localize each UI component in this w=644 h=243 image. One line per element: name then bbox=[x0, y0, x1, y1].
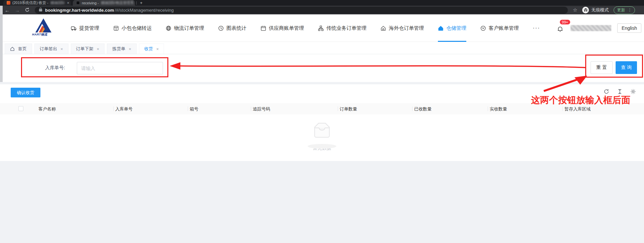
inbound-no-input[interactable] bbox=[77, 62, 163, 74]
language-toggle-button[interactable]: English bbox=[617, 23, 641, 33]
column-divider bbox=[188, 106, 188, 111]
nav-label: 物流订单管理 bbox=[174, 25, 204, 31]
page-tab-home[interactable]: 首页 bbox=[5, 44, 32, 54]
truck-icon bbox=[71, 25, 76, 31]
nav-label: 图表统计 bbox=[226, 25, 247, 31]
column-divider bbox=[562, 106, 563, 111]
calendar-icon bbox=[261, 25, 266, 31]
browser-tab-title: (2019系统信息) 收货 - bbox=[12, 0, 48, 5]
forward-icon[interactable]: → bbox=[15, 8, 20, 13]
col-box-no: 箱号 bbox=[190, 106, 198, 112]
table-settings-icon[interactable] bbox=[630, 89, 636, 94]
favicon-dark-icon bbox=[76, 1, 80, 5]
home-outline-icon bbox=[380, 25, 386, 31]
table-toolbar bbox=[604, 89, 636, 94]
update-label: 更新 bbox=[617, 7, 625, 13]
nav-label: 仓储管理 bbox=[446, 25, 466, 31]
hart-logo-text: HART物流 bbox=[32, 32, 47, 37]
screen-edge-sliver bbox=[0, 6, 3, 82]
incognito-indicator: 无痕模式 bbox=[582, 7, 609, 13]
user-name-redacted[interactable] bbox=[571, 25, 611, 31]
tab-close-icon[interactable]: × bbox=[67, 1, 69, 5]
table-header: 客户名称 入库单号 箱号 追踪号码 订单数量 已收数量 实收数量 暂存入库区域 bbox=[0, 103, 644, 114]
app-header: HART物流 提货管理 小包仓储转运 物流订单管理 图表统计 供应商账单管理 bbox=[0, 14, 644, 42]
col-received-qty: 已收数量 bbox=[414, 106, 432, 112]
home-icon bbox=[10, 47, 15, 51]
nav-item-chart-stats[interactable]: 图表统计 bbox=[218, 14, 247, 42]
nav-label: 提货管理 bbox=[79, 25, 99, 31]
col-customer-name: 客户名称 bbox=[38, 106, 56, 112]
incognito-icon bbox=[582, 7, 589, 13]
notifications[interactable]: 99+ bbox=[557, 24, 565, 32]
browser-menu-icon[interactable]: ⋮ bbox=[628, 8, 632, 12]
nav-label: 小包仓储转运 bbox=[122, 25, 152, 31]
inbound-no-label: 入库单号: bbox=[45, 65, 65, 71]
header-right: 99+ English bbox=[557, 14, 641, 42]
page-tab-receiving[interactable]: 收货 × bbox=[139, 44, 164, 54]
select-all-checkbox[interactable] bbox=[18, 106, 23, 111]
bell-icon bbox=[557, 26, 563, 32]
url-bar[interactable]: bookingmgr.hart-worldwide.com /#/stockMa… bbox=[35, 7, 568, 14]
page-tab-label: 订单签出 bbox=[40, 46, 57, 52]
column-divider bbox=[488, 106, 488, 111]
column-divider bbox=[412, 106, 413, 111]
browser-tab-title-redacted: 撼德国际物流管理系 bbox=[101, 0, 134, 5]
page-tab-label: 拣货单 bbox=[112, 46, 125, 52]
home-filled-icon bbox=[438, 25, 444, 31]
query-button[interactable]: 查 询 bbox=[616, 61, 637, 74]
empty-inbox-icon bbox=[311, 122, 333, 139]
close-icon[interactable]: × bbox=[60, 47, 63, 52]
new-tab-button[interactable]: + bbox=[137, 0, 146, 6]
nav-item-customer-bills[interactable]: 客户账单管理 bbox=[480, 14, 519, 42]
page-tab-label: 收货 bbox=[144, 46, 153, 52]
close-icon[interactable]: × bbox=[156, 47, 159, 52]
table-density-icon[interactable] bbox=[617, 89, 623, 94]
page-tab-picking-list[interactable]: 拣货单 × bbox=[107, 44, 137, 54]
nav-item-traditional-orders[interactable]: 传统业务订单管理 bbox=[318, 14, 366, 42]
col-staging-area: 暂存入库区域 bbox=[565, 106, 591, 112]
content-panel: 确认收货 客户名称 入库单号 箱号 追踪号码 订单数量 已收数量 实收数量 暂存… bbox=[0, 84, 644, 161]
close-icon[interactable]: × bbox=[97, 47, 100, 52]
clock-icon bbox=[218, 25, 224, 31]
page-tab-order-unshelve[interactable]: 订单下架 × bbox=[71, 44, 105, 54]
browser-tab-1[interactable]: (2019系统信息) 收货 - 撼德国际 × bbox=[3, 0, 71, 6]
nav-item-logistics-orders[interactable]: 物流订单管理 bbox=[166, 14, 204, 42]
sitemap-icon bbox=[318, 25, 324, 31]
app-window: (2019系统信息) 收货 - 撼德国际 × receiving - 撼德国际物… bbox=[0, 0, 644, 243]
close-icon[interactable]: × bbox=[129, 47, 131, 52]
favicon-hart-icon bbox=[7, 1, 10, 5]
nav-label: 传统业务订单管理 bbox=[326, 25, 366, 31]
nav-item-pickup[interactable]: 提货管理 bbox=[71, 14, 99, 42]
table-refresh-icon[interactable] bbox=[604, 89, 609, 94]
confirm-receipt-button[interactable]: 确认收货 bbox=[11, 88, 40, 97]
nav-label: 海外仓订单管理 bbox=[389, 25, 424, 31]
col-order-qty: 订单数量 bbox=[340, 106, 357, 112]
col-inbound-no: 入库单号 bbox=[115, 106, 133, 112]
nav-item-supplier-bills[interactable]: 供应商账单管理 bbox=[261, 14, 304, 42]
empty-state: 暂无数据 bbox=[0, 122, 644, 151]
incognito-label: 无痕模式 bbox=[591, 7, 609, 13]
nav-label: 供应商账单管理 bbox=[269, 25, 304, 31]
clock-circle-icon bbox=[480, 25, 486, 31]
notification-badge: 99+ bbox=[560, 20, 570, 24]
browser-tab-title: receiving - bbox=[82, 1, 99, 5]
refresh-icon[interactable] bbox=[25, 7, 30, 13]
nav-item-parcel-transfer[interactable]: 小包仓储转运 bbox=[113, 14, 152, 42]
back-icon[interactable]: ← bbox=[5, 8, 10, 13]
url-host: bookingmgr.hart-worldwide.com bbox=[45, 8, 114, 13]
package-icon bbox=[113, 25, 119, 31]
page-tab-bar: 首页 订单签出 × 订单下架 × 拣货单 × 收货 × bbox=[0, 42, 644, 54]
column-divider bbox=[251, 106, 251, 111]
nav-label: 客户账单管理 bbox=[489, 25, 519, 31]
browser-tab-2[interactable]: receiving - 撼德国际物流管理系 × bbox=[73, 0, 135, 6]
nav-more-icon[interactable]: ··· bbox=[533, 14, 540, 42]
filter-panel: 入库单号: 重 置 查 询 bbox=[0, 54, 644, 82]
bookmark-star-icon[interactable]: ☆ bbox=[573, 7, 577, 13]
page-tab-order-signout[interactable]: 订单签出 × bbox=[34, 44, 68, 54]
page-tab-label: 首页 bbox=[18, 46, 27, 52]
lock-icon bbox=[39, 7, 42, 13]
nav-item-overseas-orders[interactable]: 海外仓订单管理 bbox=[380, 14, 424, 42]
nav-item-warehouse-management[interactable]: 仓储管理 bbox=[438, 14, 466, 42]
reset-button[interactable]: 重 置 bbox=[591, 61, 613, 74]
chrome-update-button[interactable]: 更新 ⋮ bbox=[614, 6, 635, 14]
